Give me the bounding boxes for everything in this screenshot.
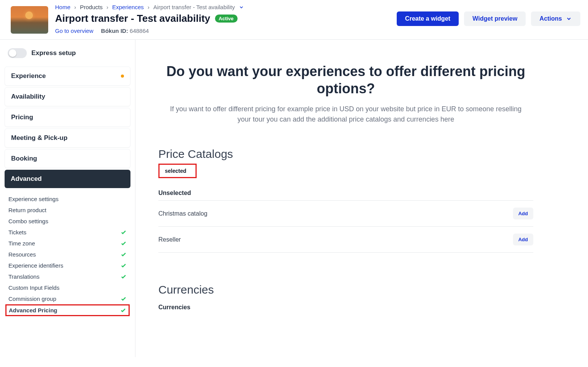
breadcrumb-experiences[interactable]: Experiences — [112, 4, 144, 10]
nav-label: Advanced — [11, 175, 42, 183]
subnav-label: Translations — [8, 273, 39, 280]
check-icon — [121, 229, 127, 235]
warning-dot-icon — [121, 75, 124, 78]
subnav-experience-identifiers[interactable]: Experience identifiers — [8, 260, 127, 271]
subnav-resources[interactable]: Resources — [8, 249, 127, 260]
currencies-label: Currencies — [158, 304, 533, 311]
subnav-label: Resources — [8, 251, 36, 258]
nav-label: Availability — [11, 93, 45, 101]
subnav-label: Time zone — [8, 240, 35, 247]
page-header: Home › Products › Experiences › Airport … — [0, 0, 588, 40]
breadcrumb-separator: › — [74, 4, 76, 10]
currencies-heading: Currencies — [158, 283, 533, 296]
nav-label: Booking — [11, 155, 37, 162]
chevron-down-icon — [566, 16, 572, 22]
product-thumbnail — [11, 6, 48, 34]
breadcrumb-current: Airport transfer - Test availability — [153, 4, 235, 10]
add-catalog-button[interactable]: Add — [513, 234, 533, 245]
subnav-label: Experience settings — [8, 196, 59, 202]
subnav-label: Experience identifiers — [8, 262, 63, 269]
catalog-name: Reseller — [158, 236, 181, 243]
express-setup-label: Express setup — [31, 49, 76, 57]
nav-label: Experience — [11, 72, 46, 80]
catalog-name: Christmas catalog — [158, 210, 207, 217]
check-icon — [121, 252, 127, 258]
check-icon — [121, 296, 127, 302]
subnav-translations[interactable]: Translations — [8, 271, 127, 282]
catalog-row: Christmas catalog Add — [158, 201, 533, 227]
actions-dropdown-button[interactable]: Actions — [531, 11, 580, 26]
subnav-label: Commission group — [8, 296, 56, 302]
bokun-id-label: Bókun ID: — [101, 28, 128, 34]
nav-booking[interactable]: Booking — [5, 149, 130, 168]
subnav-label: Advanced Pricing — [9, 307, 57, 313]
subnav-experience-settings[interactable]: Experience settings — [8, 193, 127, 205]
page-title: Airport transfer - Test availability — [55, 13, 210, 24]
price-catalogs-heading: Price Catalogs — [158, 148, 533, 161]
subnav-label: Custom Input Fields — [8, 284, 59, 291]
unselected-heading: Unselected — [158, 190, 533, 196]
nav-advanced[interactable]: Advanced — [5, 170, 130, 188]
nav-label: Pricing — [11, 114, 33, 121]
nav-label: Meeting & Pick-up — [11, 134, 67, 142]
add-catalog-button[interactable]: Add — [513, 208, 533, 219]
breadcrumb-separator: › — [148, 4, 150, 10]
bokun-id-value: 648864 — [130, 28, 149, 34]
nav-meeting-pickup[interactable]: Meeting & Pick-up — [5, 128, 130, 148]
create-widget-button[interactable]: Create a widget — [397, 11, 459, 26]
subnav-combo-settings[interactable]: Combo settings — [8, 216, 127, 227]
main-heading: Do you want your experiences to offer di… — [158, 63, 533, 97]
express-setup-row: Express setup — [5, 47, 130, 60]
subnav-advanced-pricing[interactable]: Advanced Pricing — [5, 304, 130, 316]
subnav-return-product[interactable]: Return product — [8, 205, 127, 216]
nav-experience[interactable]: Experience — [5, 67, 130, 86]
express-setup-toggle[interactable] — [8, 48, 27, 58]
breadcrumb: Home › Products › Experiences › Airport … — [55, 4, 244, 10]
check-icon — [121, 263, 127, 269]
check-icon — [120, 307, 126, 313]
breadcrumb-separator: › — [106, 4, 108, 10]
breadcrumb-home[interactable]: Home — [55, 4, 70, 10]
header-actions: Create a widget Widget preview Actions — [397, 4, 580, 26]
layout: Express setup Experience Availability Pr… — [0, 40, 588, 357]
nav-availability[interactable]: Availability — [5, 87, 130, 106]
check-icon — [121, 240, 127, 247]
sidebar: Express setup Experience Availability Pr… — [0, 40, 135, 357]
subnav-label: Combo settings — [8, 218, 48, 224]
nav-pricing[interactable]: Pricing — [5, 108, 130, 127]
check-icon — [121, 274, 127, 280]
catalog-row: Reseller Add — [158, 227, 533, 253]
title-row: Airport transfer - Test availability Act… — [55, 13, 244, 24]
overview-link[interactable]: Go to overview — [55, 28, 93, 34]
subnav-custom-input-fields[interactable]: Custom Input Fields — [8, 282, 127, 293]
header-info: Home › Products › Experiences › Airport … — [55, 4, 244, 34]
advanced-subnav: Experience settings Return product Combo… — [5, 190, 130, 316]
subnav-tickets[interactable]: Tickets — [8, 227, 127, 238]
subnav-commission-group[interactable]: Commission group — [8, 293, 127, 304]
actions-label: Actions — [539, 15, 562, 22]
subnav-label: Return product — [8, 207, 46, 213]
main-content: Do you want your experiences to offer di… — [135, 40, 556, 357]
widget-preview-button[interactable]: Widget preview — [464, 11, 526, 26]
breadcrumb-products[interactable]: Products — [80, 4, 103, 10]
meta-row: Go to overview Bókun ID: 648864 — [55, 28, 244, 34]
chevron-down-icon[interactable] — [239, 5, 244, 10]
main-subtitle: If you want to offer different pricing f… — [170, 104, 522, 125]
selected-label-box: selected — [158, 164, 197, 178]
status-badge: Active — [215, 15, 238, 23]
subnav-label: Tickets — [8, 229, 26, 235]
subnav-time-zone[interactable]: Time zone — [8, 238, 127, 249]
